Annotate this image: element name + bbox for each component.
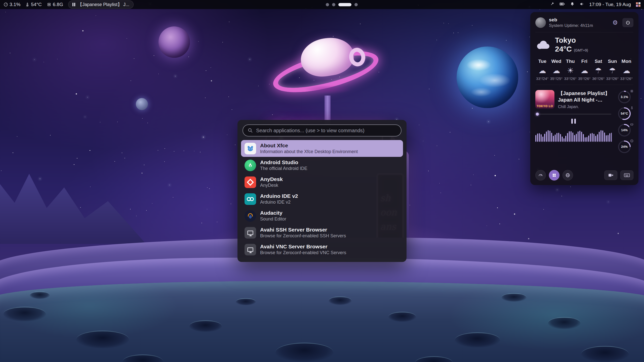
workspace-dot[interactable]	[354, 3, 358, 6]
avahi-vnc-icon	[245, 244, 256, 255]
desktop: sh oon ans Space Coffee 3.1%	[0, 0, 644, 362]
power-button[interactable]	[622, 18, 633, 27]
workspace-dot[interactable]	[326, 3, 329, 6]
temperature-stat[interactable]: 54°C	[25, 2, 42, 7]
app-launcher: About XfceInformation about the Xfce Des…	[237, 120, 407, 262]
android-studio-icon	[245, 160, 256, 171]
app-desc: The official Android IDE	[260, 166, 307, 171]
topbar-media-widget[interactable]: 【Japanese Playlist】 J...	[68, 1, 134, 9]
media-progress-bar[interactable]	[536, 114, 611, 115]
cpu-stat[interactable]: 3.1%	[4, 2, 20, 7]
keyboard-button[interactable]	[620, 170, 633, 180]
screen-record-button[interactable]	[604, 170, 617, 180]
volume-icon[interactable]	[580, 2, 584, 8]
app-desc: Browse for Zeroconf-enabled SSH Servers	[260, 233, 346, 239]
app-name: Avahi VNC Server Browser	[260, 243, 346, 250]
forecast-day-fri: Fri☁35°/26°	[577, 59, 591, 81]
user-avatar[interactable]	[535, 17, 546, 28]
user-name: seb	[549, 17, 593, 23]
forecast-day-mon: Mon☁33°/26°	[619, 59, 633, 81]
workspace-dot[interactable]	[332, 3, 335, 6]
widgets-button[interactable]	[549, 170, 559, 180]
media-subtitle: Chill Japan.	[558, 105, 612, 109]
clock[interactable]: 17:09 - Tue, 19 Aug	[589, 2, 631, 7]
media-player-widget: TOKYO LO 【Japanese Playlist】 Japan All N…	[535, 90, 633, 154]
weather-timezone: (GMT+9)	[574, 48, 588, 52]
workspace-active[interactable]	[338, 3, 351, 6]
forecast-day-thu: Thu☀33°/26°	[563, 59, 577, 81]
weather-icon: ☁	[535, 66, 549, 75]
temperature-icon	[25, 2, 29, 7]
app-desc: Information about the Xfce Desktop Envir…	[260, 149, 358, 155]
tools-icon[interactable]	[550, 2, 554, 8]
divider	[535, 85, 633, 85]
disk-icon	[630, 139, 633, 143]
app-desc: AnyDesk	[260, 183, 283, 188]
gauge-cpu: 3.1%	[617, 90, 631, 104]
weather-icon: ☀	[563, 66, 577, 75]
memory-stat[interactable]: 6.8G	[47, 2, 63, 7]
topbar-media-label: 【Japanese Playlist】 J...	[78, 2, 129, 8]
weather-icon: ☁	[549, 66, 564, 75]
topbar: 3.1% 54°C 6.8G 【Japanese Playlist】 J...	[0, 0, 644, 9]
memory-icon	[630, 123, 633, 126]
video-camera-icon	[608, 173, 614, 177]
weather-icon: ☂	[591, 66, 606, 75]
apps-grid-icon[interactable]	[636, 2, 640, 7]
launcher-item-android-studio[interactable]: Android StudioThe official Android IDE	[241, 157, 403, 174]
forecast-day-sun: Sun☂33°/26°	[606, 59, 620, 81]
user-section: seb System Uptime: 4h11m ⚙	[535, 17, 633, 28]
launcher-item-avahi-ssh[interactable]: Avahi SSH Server BrowserBrowse for Zeroc…	[241, 224, 403, 241]
pause-button[interactable]	[569, 117, 578, 125]
app-name: Arduino IDE v2	[260, 193, 298, 199]
cpu-icon	[4, 2, 8, 7]
temperature-icon	[630, 106, 633, 109]
settings-button[interactable]: ⚙	[611, 18, 619, 27]
cpu-icon	[630, 89, 633, 93]
album-art-label: TOKYO LO	[535, 105, 554, 108]
audacity-icon	[245, 210, 256, 222]
temperature-value: 54°C	[31, 2, 42, 7]
purple-planet	[158, 26, 190, 58]
app-desc: Sound Editor	[260, 216, 286, 222]
cloud-icon	[535, 39, 551, 51]
keyboard-icon	[624, 173, 630, 177]
globe-icon	[565, 173, 570, 178]
launcher-searchbar[interactable]	[243, 124, 401, 137]
weather-widget[interactable]: Tokyo 24°C (GMT+9)	[535, 36, 633, 54]
forecast-day-sat: Sat☂36°/26°	[591, 59, 606, 81]
battery-icon[interactable]	[559, 2, 565, 8]
launcher-item-about-xfce[interactable]: About XfceInformation about the Xfce Des…	[241, 140, 403, 157]
dashboard-button[interactable]	[535, 170, 546, 180]
speedometer-icon	[538, 173, 543, 178]
app-name: About Xfce	[260, 142, 358, 149]
cpu-value: 3.1%	[10, 2, 20, 7]
xfce-icon	[245, 143, 256, 154]
network-button[interactable]	[562, 170, 573, 180]
search-input[interactable]	[256, 128, 396, 133]
planet-earth	[457, 47, 518, 108]
pause-icon	[72, 3, 75, 6]
weather-icon: ☁	[619, 66, 633, 75]
album-art[interactable]: TOKYO LO	[535, 90, 554, 109]
app-name: Android Studio	[260, 159, 307, 166]
app-name: AnyDesk	[260, 176, 283, 183]
audio-visualizer	[535, 127, 612, 142]
progress-handle[interactable]	[536, 113, 539, 116]
grid-icon	[552, 173, 556, 177]
memory-value: 6.8G	[53, 2, 63, 7]
app-list: About XfceInformation about the Xfce Des…	[241, 140, 403, 258]
sidebar-toolbar	[535, 170, 633, 180]
launcher-item-arduino[interactable]: Arduino IDE v2Arduino IDE v2	[241, 191, 403, 207]
weather-temp: 24°C	[555, 45, 572, 53]
anydesk-icon	[245, 176, 256, 188]
notifications-bell-icon[interactable]	[570, 2, 575, 8]
power-icon	[625, 20, 630, 25]
forecast-day-wed: Wed☁35°/25°	[549, 59, 564, 81]
gauge-temperature: 54°C	[617, 107, 631, 121]
launcher-item-anydesk[interactable]: AnyDeskAnyDesk	[241, 174, 403, 191]
gauge-memory: 14%	[617, 123, 631, 137]
launcher-item-avahi-vnc[interactable]: Avahi VNC Server BrowserBrowse for Zeroc…	[241, 241, 403, 258]
launcher-item-audacity[interactable]: AudacitySound Editor	[241, 207, 403, 224]
forecast-day-tue: Tue☁33°/24°	[535, 59, 549, 81]
